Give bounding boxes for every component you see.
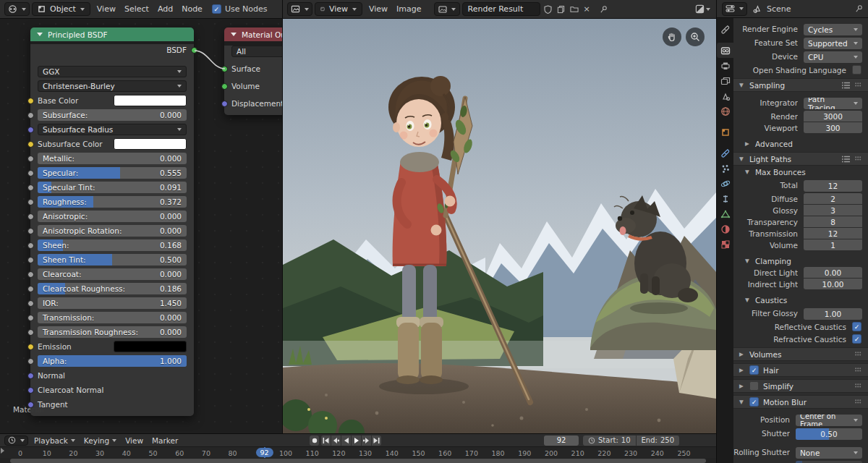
rolling-shutter-dropdown[interactable]: None (796, 447, 862, 459)
vector-socket[interactable] (221, 101, 228, 107)
bsdf-node-header[interactable]: Principled BSDF (30, 27, 194, 41)
tab-scene[interactable] (717, 88, 733, 103)
feature-set-dropdown[interactable]: Supported (804, 38, 862, 49)
shutter-slider[interactable]: 0.50 (796, 428, 862, 440)
timeline-menu-marker[interactable]: Marker (148, 436, 182, 445)
fake-user-button[interactable] (542, 3, 553, 16)
caustics-subpanel[interactable]: ▼Caustics (733, 294, 868, 306)
editor-type-button[interactable] (287, 2, 312, 16)
tab-render[interactable] (717, 43, 733, 58)
refractive-caustics-checkbox[interactable]: ✓ (852, 334, 861, 344)
bounces-field[interactable]: 2 (804, 193, 862, 204)
motion-blur-section-header[interactable]: ▼ ✓ Motion Blur (733, 395, 868, 409)
value-slider[interactable]: Specular Tint:0.091 (38, 182, 187, 193)
shader-menu-add[interactable]: Add (153, 4, 177, 14)
display-channels-button[interactable] (694, 3, 712, 16)
volumes-section-header[interactable]: ▶ Volumes (733, 347, 868, 361)
playhead-badge[interactable]: 92 (256, 448, 273, 457)
gray-socket[interactable] (27, 170, 34, 177)
tab-modifiers[interactable] (717, 145, 733, 161)
clamping-subpanel[interactable]: ▼Clamping (733, 255, 868, 267)
bsdf-output-socket[interactable] (191, 47, 197, 54)
output-target-dropdown[interactable]: All (231, 46, 283, 57)
image-browse-button[interactable] (434, 2, 460, 16)
gray-socket[interactable] (27, 257, 34, 263)
tab-physics[interactable] (717, 176, 733, 191)
color-swatch[interactable] (114, 95, 187, 106)
yellow-socket[interactable] (27, 141, 34, 148)
distribution-dropdown[interactable]: GGX (38, 66, 187, 77)
max-bounces-subpanel[interactable]: ▼Max Bounces (733, 166, 868, 178)
vector-socket[interactable] (27, 127, 34, 133)
yellow-socket[interactable] (27, 344, 34, 350)
samples-field[interactable]: 3000 (804, 111, 862, 122)
value-slider[interactable]: Anisotropic Rotation:0.000 (38, 225, 187, 237)
filter-glossy-field[interactable]: 1.00 (804, 308, 862, 320)
bounces-field[interactable]: 8 (804, 216, 862, 227)
use-nodes-checkbox[interactable]: ✓ (212, 4, 221, 14)
jump-to-start-button[interactable] (321, 436, 331, 446)
osl-checkbox[interactable] (852, 65, 861, 75)
vector-socket[interactable] (27, 387, 34, 394)
clamp-field[interactable]: 10.00 (804, 279, 862, 289)
next-keyframe-button[interactable] (362, 436, 371, 446)
tab-output[interactable] (717, 58, 733, 73)
subsurface-method-dropdown[interactable]: Christensen-Burley (38, 80, 187, 92)
yellow-socket[interactable] (27, 98, 34, 104)
editor-type-button[interactable] (4, 2, 30, 16)
shader-menu-view[interactable]: View (93, 4, 120, 14)
tab-data[interactable] (717, 206, 733, 221)
image-mode-dropdown[interactable]: View (315, 2, 362, 16)
region-toggle-arrow[interactable] (1, 448, 4, 454)
image-datablock-field[interactable]: Render Result (462, 2, 540, 16)
color-swatch[interactable] (114, 138, 187, 150)
bounces-field[interactable]: 12 (804, 228, 862, 239)
value-slider[interactable]: Metallic:0.000 (38, 153, 187, 164)
value-slider[interactable]: Clearcoat:0.000 (38, 268, 187, 280)
value-slider[interactable]: Subsurface:0.000 (38, 109, 187, 121)
value-slider[interactable]: Alpha:1.000 (38, 355, 187, 367)
motion-blur-checkbox[interactable]: ✓ (749, 397, 759, 407)
timeline-menu-keying[interactable]: Keying (80, 436, 121, 445)
tab-world[interactable] (717, 103, 733, 119)
timeline-menu-playback[interactable]: Playback (30, 436, 80, 445)
bounces-field[interactable]: 3 (804, 205, 862, 216)
gray-socket[interactable] (27, 213, 34, 220)
gray-socket[interactable] (27, 156, 34, 162)
value-slider[interactable]: IOR:1.450 (38, 297, 187, 309)
use-nodes-toggle[interactable]: ✓ Use Nodes (212, 4, 268, 14)
simplify-checkbox[interactable] (749, 381, 759, 391)
value-slider[interactable]: Anisotropic:0.000 (38, 211, 187, 222)
frame-end-field[interactable]: End: 250 (637, 436, 679, 446)
value-slider[interactable]: Sheen Tint:0.500 (38, 254, 187, 266)
tab-view-layer[interactable] (717, 73, 733, 88)
simplify-section-header[interactable]: ▶ Simplify (733, 379, 868, 393)
shader-socket[interactable] (221, 66, 228, 72)
gray-socket[interactable] (27, 286, 34, 292)
jump-to-end-button[interactable] (372, 436, 381, 446)
gray-socket[interactable] (27, 315, 34, 321)
play-reverse-button[interactable] (341, 436, 351, 446)
tab-particles[interactable] (717, 161, 733, 176)
gray-socket[interactable] (27, 112, 34, 119)
timeline-menu-view[interactable]: View (121, 436, 148, 445)
frame-start-field[interactable]: Start: 10 (583, 436, 636, 446)
collapse-icon[interactable] (37, 33, 43, 36)
vector-socket[interactable] (27, 373, 34, 379)
shader-socket[interactable] (221, 83, 228, 90)
shader-mode-dropdown[interactable]: Object (32, 2, 90, 16)
image-menu-view[interactable]: View (365, 4, 392, 14)
clamp-field[interactable]: 0.00 (804, 267, 862, 278)
image-menu-image[interactable]: Image (392, 4, 425, 14)
gray-socket[interactable] (27, 329, 34, 336)
gray-socket[interactable] (27, 228, 34, 234)
device-dropdown[interactable]: CPU (804, 51, 862, 63)
rolling-shutter-duration-slider[interactable]: 0.10 (796, 461, 862, 463)
material-output-node[interactable]: Material Out All SurfaceVolumeDisplaceme… (224, 27, 283, 115)
current-frame-field[interactable]: 92 (544, 436, 579, 446)
gray-socket[interactable] (27, 358, 34, 365)
play-button[interactable] (352, 436, 361, 446)
output-node-header[interactable]: Material Out (224, 27, 283, 41)
light-paths-section-header[interactable]: ▼ Light Paths (733, 152, 868, 166)
gray-socket[interactable] (27, 184, 34, 191)
